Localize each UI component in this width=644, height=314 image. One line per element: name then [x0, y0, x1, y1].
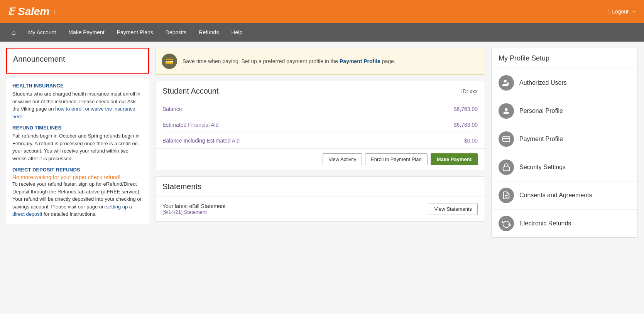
consents-label: Consents and Agreements	[519, 192, 592, 199]
profile-setup-title: My Profile Setup	[492, 48, 637, 69]
svg-rect-4	[503, 167, 510, 171]
profile-item-authorized-users[interactable]: Authorized Users	[492, 69, 637, 97]
student-account-card: Student Account ID: xxx Balance $6,763.0…	[155, 81, 485, 170]
right-panel: My Profile Setup Authorized Users Person…	[491, 48, 638, 308]
profile-setup-card: My Profile Setup Authorized Users Person…	[491, 48, 638, 238]
center-panel: 💳 Save time when paying. Set up a prefer…	[155, 48, 485, 308]
announcement-title: Announcement	[13, 55, 142, 64]
notice-text-before: Save time when paying. Set up a preferre…	[183, 58, 340, 64]
nav-home-icon[interactable]: ⌂	[6, 25, 21, 40]
health-insurance-title: HEALTH INSURANCE	[12, 83, 143, 89]
pipe-separator: |	[609, 8, 610, 15]
balance-including-aid-label: Balance Including Estimated Aid	[162, 138, 240, 144]
personal-profile-icon	[499, 103, 514, 119]
personal-profile-label: Personal Profile	[519, 107, 563, 114]
latest-statement-label: Your latest eBill Statement	[162, 203, 226, 209]
nav-item-make-payment[interactable]: Make Payment	[63, 26, 110, 39]
statements-header: Statements	[156, 177, 485, 197]
nav-item-my-account[interactable]: My Account	[23, 26, 61, 39]
balance-including-aid-value: $0.00	[464, 138, 478, 144]
nav-item-deposits[interactable]: Deposits	[160, 26, 192, 39]
consents-icon	[499, 188, 514, 203]
credit-card-icon: 💳	[165, 57, 174, 65]
statements-card: Statements Your latest eBill Statement (…	[155, 176, 485, 222]
logout-label[interactable]: Logout	[612, 8, 629, 15]
svg-point-0	[504, 80, 507, 82]
health-insurance-body: Students who are charged health insuranc…	[12, 90, 143, 120]
health-insurance-link[interactable]: how to enroll or waive the insurance her…	[12, 106, 135, 119]
security-settings-icon	[499, 160, 514, 175]
estimated-aid-value: $6,763.00	[454, 122, 478, 128]
profile-item-payment-profile[interactable]: Payment Profile	[492, 125, 637, 153]
electronic-refunds-icon	[499, 216, 514, 231]
notice-text-after: page.	[380, 58, 396, 64]
nav-item-refunds[interactable]: Refunds	[193, 26, 224, 39]
refund-timelines-body: Fall refunds begin in October and Spring…	[12, 132, 143, 162]
profile-item-personal-profile[interactable]: Personal Profile	[492, 97, 637, 125]
student-account-header: Student Account ID: xxx	[156, 81, 485, 101]
authorized-users-icon	[499, 75, 514, 91]
electronic-refunds-label: Electronic Refunds	[519, 220, 571, 227]
logo-sub: |	[54, 9, 57, 14]
top-header: 𝔼 Salem | | Logout →	[0, 0, 644, 23]
refund-timelines-title: REFUND TIMELINES	[12, 125, 143, 131]
payment-profile-label: Payment Profile	[519, 136, 563, 143]
announcement-content: HEALTH INSURANCE Students who are charge…	[6, 78, 149, 224]
notice-text: Save time when paying. Set up a preferre…	[183, 58, 396, 64]
direct-deposit-title: DIRECT DEPOSIT REFUNDS	[12, 167, 143, 173]
logout-button[interactable]: | Logout →	[609, 8, 636, 15]
statement-info: Your latest eBill Statement (9/14/21) St…	[162, 203, 226, 215]
view-activity-button[interactable]: View Activity	[323, 153, 362, 165]
balance-row-3: Balance Including Estimated Aid $0.00	[162, 133, 478, 148]
balance-row-2: Estimated Financial Aid $6,763.00	[162, 117, 478, 133]
svg-rect-2	[503, 137, 510, 142]
student-account-title: Student Account	[162, 87, 219, 96]
nav-bar: ⌂ My Account Make Payment Payment Plans …	[0, 23, 644, 42]
balance-label: Balance	[162, 106, 182, 112]
announcement-box: Announcement	[6, 48, 149, 74]
statements-title: Statements	[162, 182, 201, 191]
direct-deposit-link[interactable]: setting up a direct deposit	[12, 204, 132, 217]
estimated-aid-label: Estimated Financial Aid	[162, 122, 219, 128]
logo-icon: 𝔼	[8, 6, 15, 17]
balance-row-1: Balance $6,763.00	[162, 101, 478, 117]
profile-item-consents[interactable]: Consents and Agreements	[492, 181, 637, 210]
balance-value: $6,763.00	[454, 106, 478, 112]
student-account-footer: View Activity Enroll in Payment Plan Mak…	[156, 148, 485, 170]
logo-text: Salem	[18, 5, 50, 18]
authorized-users-label: Authorized Users	[519, 79, 567, 86]
profile-item-security-settings[interactable]: Security Settings	[492, 153, 637, 181]
enroll-payment-plan-button[interactable]: Enroll in Payment Plan	[365, 153, 428, 165]
left-panel: Announcement HEALTH INSURANCE Students w…	[6, 48, 149, 308]
direct-deposit-body: To receive your refund faster, sign up f…	[12, 180, 143, 218]
payment-profile-link[interactable]: Payment Profile	[340, 58, 380, 64]
notice-banner: 💳 Save time when paying. Set up a prefer…	[155, 48, 485, 75]
nav-item-help[interactable]: Help	[226, 26, 248, 39]
direct-deposit-orange-text: No more waiting for your paper check ref…	[12, 174, 143, 180]
nav-item-payment-plans[interactable]: Payment Plans	[112, 26, 159, 39]
student-account-id: ID: xxx	[461, 88, 478, 94]
view-statements-button[interactable]: View Statements	[429, 203, 478, 215]
profile-item-electronic-refunds[interactable]: Electronic Refunds	[492, 210, 637, 237]
main-content: Announcement HEALTH INSURANCE Students w…	[0, 42, 644, 314]
statements-body: Your latest eBill Statement (9/14/21) St…	[156, 197, 485, 221]
make-payment-button[interactable]: Make Payment	[431, 153, 478, 165]
logout-arrow-icon: →	[631, 8, 636, 15]
payment-profile-icon: 💳	[162, 54, 177, 69]
security-settings-label: Security Settings	[519, 164, 566, 171]
payment-profile-icon	[499, 131, 514, 147]
latest-statement-date: (9/14/21) Statement	[162, 209, 226, 215]
svg-point-1	[505, 108, 507, 111]
student-account-body: Balance $6,763.00 Estimated Financial Ai…	[156, 101, 485, 148]
logo-area: 𝔼 Salem |	[8, 5, 57, 18]
